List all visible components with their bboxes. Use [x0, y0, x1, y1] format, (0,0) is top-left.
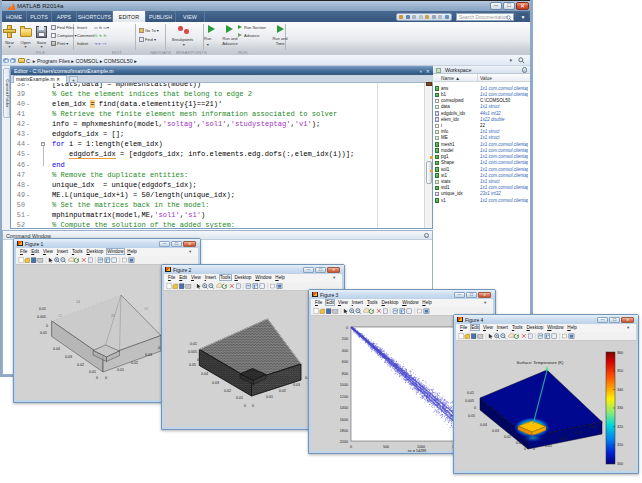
- svg-text:0.04: 0.04: [480, 423, 487, 427]
- svg-text:800: 800: [342, 372, 348, 376]
- svg-text:0: 0: [96, 376, 98, 380]
- svg-text:500: 500: [383, 445, 389, 449]
- svg-text:300: 300: [617, 462, 623, 466]
- svg-text:0.04: 0.04: [201, 372, 208, 376]
- svg-text:0.02: 0.02: [560, 437, 567, 441]
- svg-text:18: 18: [144, 307, 148, 311]
- svg-text:0: 0: [252, 404, 254, 408]
- svg-text:0.01: 0.01: [117, 368, 124, 372]
- svg-text:1000: 1000: [340, 383, 348, 387]
- svg-text:0.05: 0.05: [189, 363, 196, 367]
- svg-text:14: 14: [76, 300, 80, 304]
- svg-text:0.01: 0.01: [39, 307, 46, 311]
- svg-text:0: 0: [524, 447, 526, 451]
- svg-text:1400: 1400: [340, 406, 348, 410]
- svg-text:0.03: 0.03: [145, 353, 152, 357]
- svg-text:21: 21: [111, 314, 115, 318]
- svg-text:400: 400: [342, 349, 348, 353]
- svg-text:0.03: 0.03: [212, 381, 219, 385]
- svg-text:0.02: 0.02: [504, 435, 511, 439]
- svg-text:0.05: 0.05: [468, 414, 475, 418]
- svg-text:1200: 1200: [340, 395, 348, 399]
- svg-text:360: 360: [617, 351, 623, 355]
- svg-text:1800: 1800: [340, 429, 348, 433]
- svg-text:0.04: 0.04: [589, 425, 596, 429]
- svg-text:1600: 1600: [340, 418, 348, 422]
- svg-text:0.02: 0.02: [279, 389, 286, 393]
- svg-text:0.005: 0.005: [465, 399, 474, 403]
- svg-text:350: 350: [617, 369, 623, 373]
- svg-text:0: 0: [197, 358, 199, 362]
- svg-text:0.03: 0.03: [65, 355, 72, 359]
- svg-text:0.03: 0.03: [293, 383, 300, 387]
- svg-text:1000: 1000: [417, 445, 425, 449]
- svg-text:0.02: 0.02: [131, 361, 138, 365]
- svg-text:0: 0: [105, 376, 107, 380]
- svg-text:0.04: 0.04: [53, 347, 60, 351]
- svg-text:0.01: 0.01: [89, 370, 96, 374]
- svg-text:600: 600: [342, 360, 348, 364]
- svg-text:0.02: 0.02: [224, 389, 231, 393]
- svg-text:0.03: 0.03: [492, 429, 499, 433]
- svg-text:330: 330: [617, 406, 623, 410]
- svg-text:0.01: 0.01: [516, 441, 523, 445]
- svg-text:nz = 54289: nz = 54289: [408, 449, 426, 453]
- svg-text:2000: 2000: [340, 440, 348, 444]
- svg-text:0.01: 0.01: [467, 391, 474, 395]
- svg-text:0: 0: [474, 406, 476, 410]
- svg-text:320: 320: [617, 425, 623, 429]
- svg-text:0.03: 0.03: [575, 431, 582, 435]
- svg-text:12: 12: [58, 314, 62, 318]
- svg-text:0.01: 0.01: [190, 342, 197, 346]
- svg-text:0.05: 0.05: [40, 331, 47, 335]
- svg-text:0: 0: [601, 420, 603, 424]
- svg-text:0.01: 0.01: [236, 396, 243, 400]
- svg-text:0.02: 0.02: [77, 363, 84, 367]
- svg-text:Surface: Temperature (K): Surface: Temperature (K): [517, 360, 565, 365]
- svg-text:0: 0: [244, 404, 246, 408]
- svg-text:0: 0: [346, 326, 348, 330]
- svg-text:200: 200: [342, 337, 348, 341]
- svg-text:0: 0: [533, 447, 535, 451]
- svg-text:0: 0: [350, 445, 352, 449]
- svg-text:340: 340: [617, 388, 623, 392]
- svg-text:0: 0: [46, 324, 48, 328]
- svg-text:310: 310: [617, 443, 623, 447]
- svg-text:0.005: 0.005: [37, 315, 46, 319]
- svg-text:0.005: 0.005: [188, 350, 197, 354]
- svg-text:0.01: 0.01: [545, 444, 552, 448]
- svg-text:0.01: 0.01: [266, 395, 273, 399]
